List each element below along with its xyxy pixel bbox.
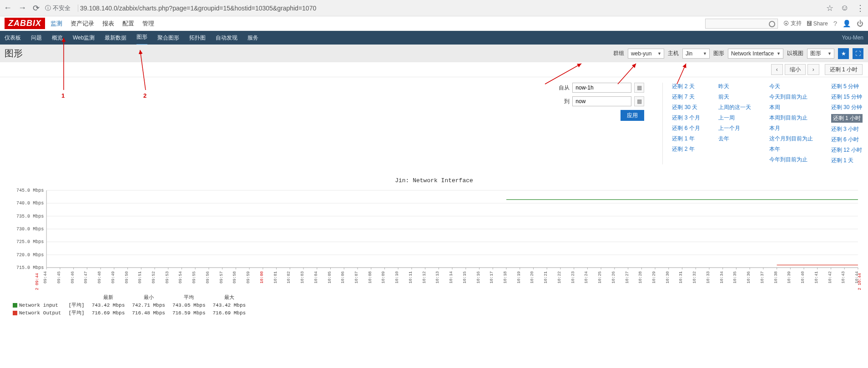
logout-icon[interactable]: ⏻ [857, 20, 863, 27]
sub-graphs[interactable]: 图形 [136, 30, 147, 45]
help-icon[interactable]: ? [833, 20, 837, 27]
svg-text:10:23: 10:23 [571, 271, 575, 283]
to-calendar-icon[interactable]: ▦ [634, 96, 644, 106]
preset-link[interactable]: 还剩 15 分钟 [831, 93, 863, 101]
preset-link[interactable]: 本周 [769, 104, 813, 111]
preset-link[interactable]: 昨天 [718, 83, 751, 90]
filter-graph-label: 图形 [713, 50, 724, 57]
preset-link[interactable]: 本年 [769, 145, 813, 153]
preset-link[interactable]: 去年 [718, 135, 751, 143]
svg-text:10:17: 10:17 [490, 271, 494, 283]
zoom-out-button[interactable]: 缩小 [785, 64, 806, 75]
back-icon[interactable]: ← [4, 3, 12, 13]
filter-host-select[interactable]: Jin [682, 49, 710, 59]
svg-text:11-12 10:44: 11-12 10:44 [858, 273, 862, 290]
apply-button[interactable]: 应用 [621, 110, 644, 121]
filter-host-label: 主机 [668, 50, 679, 57]
svg-text:09:54: 09:54 [178, 271, 183, 283]
to-input[interactable] [572, 96, 631, 106]
favorite-button[interactable]: ★ [838, 48, 849, 59]
menu-config[interactable]: 配置 [122, 20, 134, 28]
sub-overview[interactable]: 概览 [52, 31, 63, 45]
share-link[interactable]: ZShare [807, 20, 828, 27]
svg-text:10:35: 10:35 [733, 271, 737, 283]
time-prev-button[interactable]: ‹ [771, 64, 783, 75]
sub-dashboard[interactable]: 仪表板 [5, 31, 21, 45]
menu-reports[interactable]: 报表 [102, 20, 114, 28]
svg-text:10:21: 10:21 [544, 271, 548, 283]
filter-graph-select[interactable]: Network Interface [728, 49, 783, 59]
profile-icon[interactable]: 👤 [843, 20, 851, 28]
reload-icon[interactable]: ⟳ [33, 3, 40, 13]
svg-text:10:22: 10:22 [557, 271, 562, 283]
sub-latest[interactable]: 最新数据 [105, 31, 126, 45]
preset-link[interactable]: 今天 [769, 83, 813, 90]
preset-link[interactable]: 上一周 [718, 114, 751, 122]
preset-link[interactable]: 今天到目前为止 [769, 93, 813, 101]
star-icon[interactable]: ☆ [826, 3, 833, 13]
time-next-button[interactable]: › [807, 64, 819, 75]
preset-link[interactable]: 还剩 5 分钟 [831, 83, 863, 90]
forward-icon[interactable]: → [18, 3, 26, 13]
sub-screens[interactable]: 聚合图形 [157, 31, 179, 45]
sub-services[interactable]: 服务 [247, 31, 258, 45]
search-input[interactable] [705, 19, 778, 29]
fullscreen-button[interactable]: ⛶ [853, 48, 863, 59]
filter-group-select[interactable]: web-yun [628, 49, 664, 59]
preset-link[interactable]: 还剩 30 分钟 [831, 104, 863, 111]
preset-link[interactable]: 还剩 3 小时 [831, 125, 863, 133]
preset-link[interactable]: 还剩 1 年 [672, 135, 700, 143]
preset-link[interactable]: 还剩 6 小时 [831, 136, 863, 144]
chart-container: Jin: Network Interface 715.0 Mbps720.0 M… [5, 175, 863, 317]
svg-text:10:28: 10:28 [638, 271, 643, 283]
preset-link[interactable]: 今年到目前为止 [769, 156, 813, 164]
svg-text:10:07: 10:07 [354, 271, 359, 283]
svg-text:10:26: 10:26 [611, 271, 616, 283]
preset-link[interactable]: 还剩 3 个月 [672, 114, 700, 122]
menu-inventory[interactable]: 资产记录 [71, 20, 94, 28]
svg-text:10:29: 10:29 [652, 271, 656, 283]
svg-text:10:09: 10:09 [381, 271, 386, 283]
preset-link[interactable]: 还剩 1 小时 [831, 114, 863, 123]
menu-monitoring[interactable]: 监测 [50, 20, 62, 28]
from-label: 自从 [559, 84, 570, 92]
url-bar[interactable]: 39.108.140.0/zabbix/charts.php?page=1&gr… [78, 5, 821, 12]
preset-link[interactable]: 还剩 7 天 [672, 93, 700, 101]
preset-link[interactable]: 上一个月 [718, 124, 751, 132]
preset-link[interactable]: 还剩 6 个月 [672, 124, 700, 132]
preset-link[interactable]: 还剩 2 年 [672, 145, 700, 153]
sub-web[interactable]: Web监测 [73, 31, 95, 45]
support-link[interactable]: ⦿支持 [783, 20, 802, 27]
from-calendar-icon[interactable]: ▦ [634, 83, 644, 93]
sub-maps[interactable]: 拓扑图 [189, 31, 206, 45]
svg-text:10:03: 10:03 [300, 271, 305, 283]
sub-problems[interactable]: 问题 [31, 31, 42, 45]
preset-link[interactable]: 还剩 1 天 [831, 157, 863, 164]
preset-link[interactable]: 还剩 12 小时 [831, 146, 863, 154]
preset-link[interactable]: 这个月到目前为止 [769, 135, 813, 143]
menu-admin[interactable]: 管理 [142, 20, 154, 28]
svg-text:09:45: 09:45 [57, 271, 61, 283]
logo[interactable]: ZABBIX [5, 18, 45, 29]
preset-link[interactable]: 还剩 30 天 [672, 104, 700, 111]
svg-text:735.0 Mbps: 735.0 Mbps [16, 214, 44, 219]
svg-text:10:25: 10:25 [598, 271, 602, 283]
svg-text:10:27: 10:27 [625, 271, 630, 283]
preset-link[interactable]: 本周到目前为止 [769, 114, 813, 122]
filter-view-select[interactable]: 图形 [807, 49, 834, 59]
preset-link[interactable]: 本月 [769, 124, 813, 132]
svg-text:725.0 Mbps: 725.0 Mbps [16, 239, 44, 244]
preset-link[interactable]: 上周的这一天 [718, 104, 751, 111]
page-title: 图形 [5, 47, 23, 60]
time-range-display[interactable]: 还剩 1 小时 [825, 64, 863, 75]
sub-discovery[interactable]: 自动发现 [216, 31, 237, 45]
svg-text:10:11: 10:11 [409, 271, 413, 283]
insecure-badge[interactable]: ⓘ 不安全 [45, 4, 71, 12]
menu-icon[interactable]: ⋮ [856, 3, 864, 13]
user-icon[interactable]: ☺ [841, 3, 849, 13]
svg-text:09:46: 09:46 [71, 271, 75, 283]
from-input[interactable] [572, 83, 631, 93]
preset-link[interactable]: 前天 [718, 93, 751, 101]
preset-link[interactable]: 还剩 2 天 [672, 83, 700, 90]
svg-text:10:04: 10:04 [314, 271, 318, 283]
